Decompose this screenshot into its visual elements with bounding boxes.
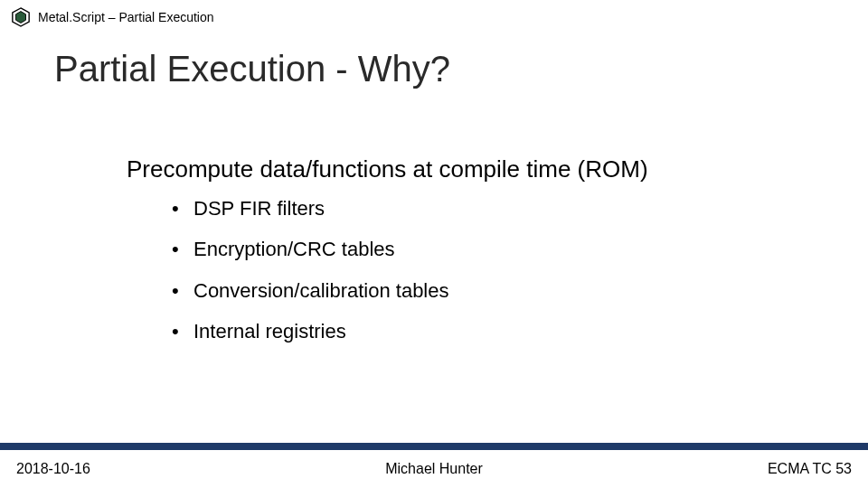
slide: Metal.Script – Partial Execution Partial… [0,0,868,488]
footer-divider [0,443,868,450]
slide-header: Metal.Script – Partial Execution [11,7,214,27]
hexagon-logo-icon [11,7,31,27]
footer-date: 2018-10-16 [16,461,90,477]
slide-subheading: Precompute data/functions at compile tim… [127,155,648,183]
slide-footer: 2018-10-16 Michael Hunter ECMA TC 53 [0,450,868,488]
list-item: Conversion/calibration tables [172,279,449,302]
header-text: Metal.Script – Partial Execution [38,10,214,24]
svg-marker-1 [16,12,26,23]
footer-committee: ECMA TC 53 [768,461,852,477]
list-item: Encryption/CRC tables [172,238,449,260]
slide-title: Partial Execution - Why? [54,49,450,89]
list-item: Internal registries [172,320,449,343]
list-item: DSP FIR filters [172,197,449,220]
bullet-list: DSP FIR filters Encryption/CRC tables Co… [172,197,449,361]
footer-author: Michael Hunter [385,461,483,477]
